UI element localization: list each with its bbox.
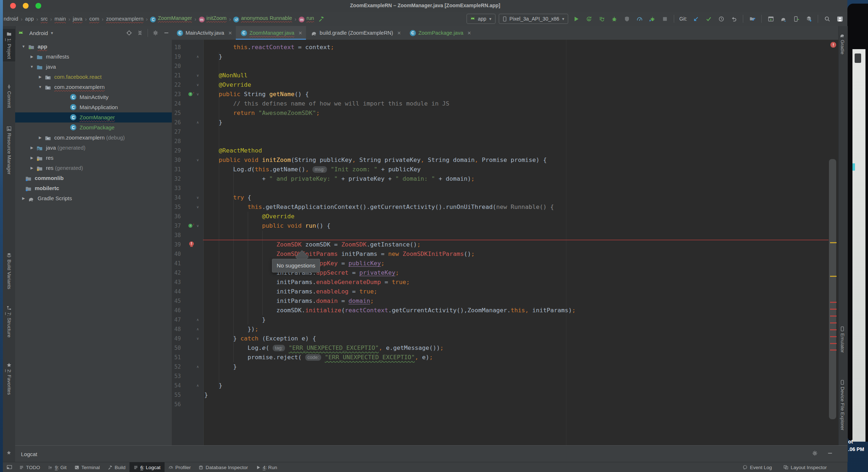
tree-item-com-facebook-react[interactable]: ▶com.facebook.react [15,72,172,82]
gradle-sync-button[interactable] [779,14,788,23]
fold-marker-icon[interactable]: ∧ [196,118,199,127]
coverage-button[interactable] [622,14,631,23]
collapse-arrow-icon[interactable]: ▼ [21,42,26,52]
expand-arrow-icon[interactable]: ▶ [38,133,43,143]
build-hammer-icon[interactable] [318,16,324,22]
search-everywhere-button[interactable] [822,14,832,23]
rollback-button[interactable] [729,14,739,23]
tree-item-mobilertc[interactable]: mobilertc [15,183,172,193]
code-editor[interactable]: 1819∧2021∨22∨23∨↑↑242526∧27282930∨313233… [172,40,838,445]
tree-item-manifests[interactable]: ▶manifests [15,52,172,62]
apply-changes-button[interactable]: A [584,14,593,23]
avatar[interactable] [835,14,844,23]
breadcrumb-item-java[interactable]: java [73,16,82,22]
fold-marker-icon[interactable]: ∨ [196,193,199,202]
hide-panel-icon[interactable] [163,30,169,36]
tree-item-java[interactable]: ▶java (generated) [15,143,172,153]
device-manager-button[interactable] [791,14,801,23]
expand-arrow-icon[interactable]: ▶ [29,52,34,62]
editor-scrollbar[interactable] [829,159,836,419]
breadcrumb-item-com[interactable]: com [89,16,99,22]
error-bulb-icon[interactable]: ! [188,240,196,249]
attach-debugger-button[interactable] [647,14,657,23]
fold-marker-icon[interactable]: ∨ [196,334,199,343]
warning-stripe-mark[interactable] [830,242,837,243]
tree-item-com-zoomexamplern[interactable]: ▼com.zoomexamplern [15,82,172,92]
breadcrumb-item-ndroid[interactable]: ndroid [4,16,18,22]
status-button-todo[interactable]: TODO [15,462,44,472]
tree-item-res[interactable]: ▶res [15,153,172,163]
run-tool-window-button[interactable] [766,14,775,23]
run-config-selector[interactable]: app▼ [467,14,495,24]
inspection-error-indicator[interactable]: ! [830,42,836,48]
status-button-9-git[interactable]: 9: Git [44,462,71,472]
project-folders-button[interactable] [748,14,757,23]
warning-stripe-mark[interactable] [830,276,837,277]
fold-marker-icon[interactable]: ∧ [196,52,199,61]
fold-marker-icon[interactable]: ∧ [196,362,199,372]
fold-marker-icon[interactable]: ∨ [196,155,199,165]
status-button-database-inspector[interactable]: Database Inspector [195,462,252,472]
close-tab-icon[interactable]: ✕ [397,30,401,36]
history-button[interactable] [716,14,726,23]
fold-marker-icon[interactable]: ∧ [196,381,199,390]
status-button-event-log[interactable]: Event Log [739,462,776,472]
apply-code-changes-button[interactable] [597,14,606,23]
expand-arrow-icon[interactable]: ▶ [21,193,26,203]
tree-item-java[interactable]: ▼java [15,62,172,72]
collapse-arrow-icon[interactable]: ▼ [29,62,34,72]
collapse-all-icon[interactable] [137,30,143,36]
commit-button[interactable] [704,14,713,23]
hide-panel-icon[interactable] [827,450,833,458]
update-project-button[interactable] [691,14,701,23]
tool-button-emulator[interactable]: Emulator [837,324,847,355]
gear-icon[interactable] [812,450,818,458]
tool-button-build-variants[interactable]: Build Variants [3,250,15,292]
tab-build-gradle-zoomexamplern-[interactable]: build.gradle (ZoomExampleRN)✕ [306,26,405,40]
tool-window-switcher-icon[interactable] [3,464,15,470]
breadcrumb-item-app[interactable]: app [25,16,34,22]
tree-item-zoommanager[interactable]: CZoomManager [15,112,172,123]
gear-icon[interactable] [153,30,158,36]
tree-item-gradle-scripts[interactable]: ▶Gradle Scripts [15,193,172,203]
tool-button-device-file-explorer[interactable]: Device File Explorer [837,377,847,433]
sdk-manager-button[interactable] [804,14,813,23]
status-button-profiler[interactable]: Profiler [165,462,195,472]
debug-button[interactable] [609,14,619,23]
status-button-4-run[interactable]: 4: Run [252,462,281,472]
close-tab-icon[interactable]: ✕ [298,30,302,36]
tab-zoommanager-java[interactable]: CZoomManager.java✕ [236,26,306,40]
tool-button-resource-manager[interactable]: Resource Manager [3,124,15,177]
profiler-button[interactable] [635,14,644,23]
overriding-method-icon[interactable]: ↑↑ [188,221,196,231]
tree-item-mainactivity[interactable]: CMainActivity [15,92,172,102]
fold-marker-icon[interactable]: ∨ [196,71,199,80]
favorites-star-icon[interactable] [7,450,11,455]
locate-icon[interactable] [126,30,132,36]
status-button-build[interactable]: Build [104,462,129,472]
breadcrumb-item-main[interactable]: main [55,16,66,22]
error-stripe-mark[interactable] [830,336,837,337]
error-stripe-mark[interactable] [830,349,837,351]
error-stripe-mark[interactable] [830,302,837,303]
tree-item-com-zoomexamplern[interactable]: ▶com.zoomexamplern (debug) [15,133,172,143]
tree-item-mainapplication[interactable]: CMainApplication [15,102,172,112]
fold-marker-icon[interactable]: ∨ [196,202,199,212]
fold-marker-icon[interactable]: ∧ [196,315,199,325]
tab-mainactivity-java[interactable]: CMainActivity.java✕ [172,26,236,40]
error-stripe-mark[interactable] [830,343,837,344]
error-stripe-mark[interactable] [830,309,837,310]
tree-item-res[interactable]: ▶res (generated) [15,163,172,173]
breadcrumb-item-zoomexamplern[interactable]: zoomexamplern [106,16,143,22]
error-stripe-mark[interactable] [830,322,837,323]
tab-zoompackage-java[interactable]: CZoomPackage.java✕ [405,26,475,40]
expand-arrow-icon[interactable]: ▶ [29,163,34,173]
overriding-method-icon[interactable]: ↑↑ [188,90,196,99]
expand-arrow-icon[interactable]: ▶ [38,72,43,82]
run-button[interactable] [571,14,581,23]
tree-item-app[interactable]: ▼app [15,42,172,52]
tool-button-2-favorites[interactable]: 2: Favorites [3,360,15,398]
breadcrumb-item-src[interactable]: src [41,16,48,22]
tool-button-1-project[interactable]: 1: Project [3,29,15,61]
fold-marker-icon[interactable]: ∨ [196,80,199,90]
